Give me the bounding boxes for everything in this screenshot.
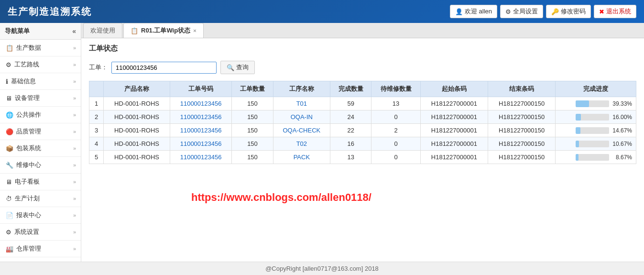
progress-bar-wrap: [576, 141, 609, 147]
sidebar-item-quality-mgmt[interactable]: 🔴 品质管理 »: [0, 123, 81, 140]
progress-bar-wrap: [576, 114, 609, 121]
progress-bar-fill: [576, 114, 581, 121]
cell-start-code: H181227000001: [420, 137, 488, 151]
cell-completed: 16: [330, 137, 371, 151]
cell-no: 2: [89, 110, 104, 124]
sidebar-item-label-maintenance: 维修中心: [16, 161, 41, 169]
sys-settings-chevron-icon: »: [73, 229, 76, 235]
change-password-button[interactable]: 🔑 修改密码: [546, 5, 591, 18]
production-plan-chevron-icon: »: [73, 196, 76, 201]
page-content: https://www.cnblogs.com/allen0118/ 工单状态 …: [81, 38, 644, 262]
table-row: 5 HD-0001-ROHS 110000123456 150 PACK 13 …: [89, 151, 636, 164]
cell-no: 3: [89, 124, 104, 137]
quality-mgmt-icon: 🔴: [6, 128, 13, 135]
cell-qty: 150: [232, 137, 273, 151]
sidebar-item-basic-info[interactable]: ℹ 基础信息 »: [0, 73, 81, 90]
cell-order-no[interactable]: 110000123456: [170, 151, 232, 164]
sidebar-item-report-center[interactable]: 📄 报表中心 »: [0, 207, 81, 224]
col-qty: 工单数量: [232, 81, 273, 97]
sidebar-item-maintenance[interactable]: 🔧 维修中心 »: [0, 157, 81, 174]
tab-wip-status[interactable]: 📋 R01.工单Wip状态 ×: [123, 23, 204, 38]
sidebar-item-label-warehouse-mgmt: 仓库管理: [16, 244, 41, 253]
sidebar-item-packaging[interactable]: 📦 包装系统 »: [0, 140, 81, 157]
search-input[interactable]: [111, 62, 217, 74]
cell-qty: 150: [232, 124, 273, 137]
cell-process[interactable]: T01: [273, 97, 330, 110]
sidebar-item-label-packaging: 包装系统: [16, 144, 41, 153]
cell-progress: 16.00%: [556, 110, 636, 124]
cell-order-no[interactable]: 110000123456: [170, 97, 232, 110]
tab-wip-label: R01.工单Wip状态: [141, 26, 190, 35]
sidebar-item-sys-settings[interactable]: ⚙ 系统设置 »: [0, 224, 81, 241]
cell-order-no[interactable]: 110000123456: [170, 124, 232, 137]
col-product: 产品名称: [104, 81, 170, 97]
sidebar-collapse-icon[interactable]: «: [72, 27, 76, 35]
table-body: 1 HD-0001-ROHS 110000123456 150 T01 59 1…: [89, 97, 636, 164]
progress-bar-fill: [576, 141, 579, 147]
page-title: 工单状态: [89, 44, 636, 56]
progress-bar-wrap: [576, 100, 609, 107]
cell-completed: 59: [330, 97, 371, 110]
col-end-code: 结束条码: [488, 81, 556, 97]
sidebar-nav-label: 导航菜单: [5, 27, 30, 35]
production-data-chevron-icon: »: [73, 45, 76, 51]
cell-order-no[interactable]: 110000123456: [170, 110, 232, 124]
cell-pending: 0: [371, 137, 420, 151]
sidebar-item-warehouse-mgmt[interactable]: 🏭 仓库管理 »: [0, 241, 81, 257]
sidebar-item-public-ops[interactable]: 🌐 公共操作 »: [0, 107, 81, 123]
sidebar-item-production-plan[interactable]: ⏱ 生产计划 »: [0, 190, 81, 207]
cell-process[interactable]: OQA-IN: [273, 110, 330, 124]
sidebar-item-label-report-center: 报表中心: [16, 211, 41, 220]
progress-bar-fill: [576, 127, 580, 134]
tab-welcome[interactable]: 欢迎使用: [83, 23, 122, 38]
footer: @CopyRight [allen0717@163.com] 2018: [0, 262, 644, 275]
cell-order-no[interactable]: 110000123456: [170, 137, 232, 151]
cell-process[interactable]: OQA-CHECK: [273, 124, 330, 137]
cell-product: HD-0001-ROHS: [104, 137, 170, 151]
main-layout: 导航菜单 « 📋 生产数据 » ⚙ 工艺路线 » ℹ 基础信息 » 🖥: [0, 23, 644, 262]
cell-progress: 39.33%: [556, 97, 636, 110]
watermark: https://www.cnblogs.com/allen0118/: [191, 191, 371, 204]
tab-wip-icon: 📋: [131, 27, 138, 34]
sidebar-item-process-route[interactable]: ⚙ 工艺路线 »: [0, 56, 81, 73]
cell-end-code: H181227000150: [488, 124, 556, 137]
col-progress: 完成进度: [556, 81, 636, 97]
cell-product: HD-0001-ROHS: [104, 151, 170, 164]
footer-text: @CopyRight [allen0717@163.com] 2018: [265, 265, 379, 272]
search-icon: 🔍: [227, 64, 234, 71]
cell-progress: 10.67%: [556, 137, 636, 151]
welcome-button[interactable]: 👤 欢迎 allen: [450, 5, 497, 18]
cell-completed: 24: [330, 110, 371, 124]
sys-settings-icon: ⚙: [6, 229, 11, 236]
query-button[interactable]: 🔍 查询: [220, 61, 255, 74]
col-order-no: 工单号码: [170, 81, 232, 97]
cell-process[interactable]: T02: [273, 137, 330, 151]
global-settings-button[interactable]: ⚙ 全局设置: [500, 5, 543, 18]
cell-process[interactable]: PACK: [273, 151, 330, 164]
table-row: 4 HD-0001-ROHS 110000123456 150 T02 16 0…: [89, 137, 636, 151]
logout-button[interactable]: ✖ 退出系统: [594, 5, 636, 18]
sidebar-item-andon[interactable]: 🖥 电子看板 »: [0, 174, 81, 190]
cell-pending: 0: [371, 151, 420, 164]
sidebar-items-container: 📋 生产数据 » ⚙ 工艺路线 » ℹ 基础信息 » 🖥 设备管理 »: [0, 40, 81, 257]
cell-product: HD-0001-ROHS: [104, 124, 170, 137]
tab-close-icon[interactable]: ×: [193, 28, 196, 33]
col-start-code: 起始条码: [420, 81, 488, 97]
basic-info-chevron-icon: »: [73, 78, 76, 84]
col-process: 工序名称: [273, 81, 330, 97]
sidebar-item-production-data[interactable]: 📋 生产数据 »: [0, 40, 81, 56]
basic-info-icon: ℹ: [6, 78, 8, 85]
progress-bar-fill: [576, 154, 579, 161]
process-route-icon: ⚙: [6, 61, 11, 68]
cell-start-code: H181227000001: [420, 97, 488, 110]
col-no: [89, 81, 104, 97]
sidebar-item-equipment-mgmt[interactable]: 🖥 设备管理 »: [0, 90, 81, 107]
tab-welcome-label: 欢迎使用: [90, 26, 115, 35]
cell-end-code: H181227000150: [488, 97, 556, 110]
cell-progress: 14.67%: [556, 124, 636, 137]
sidebar-item-label-andon: 电子看板: [15, 177, 40, 186]
progress-text: 16.00%: [612, 114, 632, 121]
progress-text: 8.67%: [612, 154, 632, 161]
cell-start-code: H181227000001: [420, 124, 488, 137]
public-ops-chevron-icon: »: [73, 112, 76, 118]
